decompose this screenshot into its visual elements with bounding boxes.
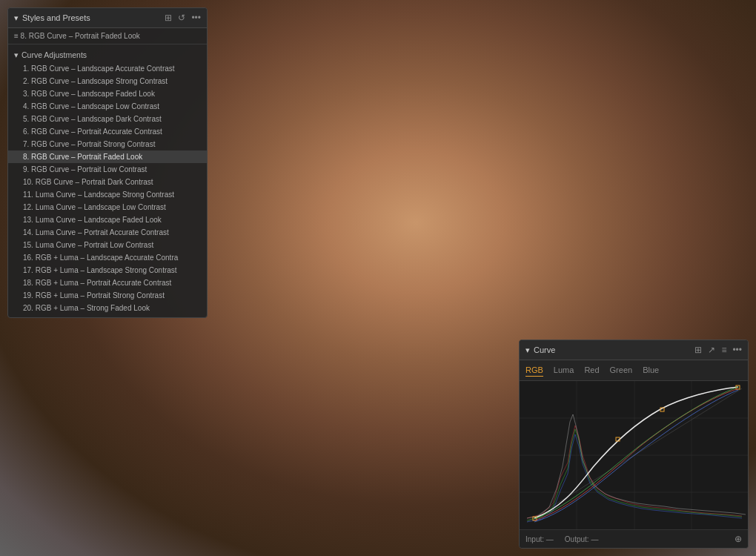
preset-item[interactable]: 1. RGB Curve – Landscape Accurate Contra… <box>8 62 207 75</box>
curve-picker-icon[interactable]: ⊕ <box>735 534 742 544</box>
preset-item[interactable]: 17. RGB + Luma – Landscape Strong Contra… <box>8 264 207 277</box>
preset-item[interactable]: 10. RGB Curve – Portrait Dark Contrast <box>8 176 207 188</box>
curve-cursor-icon[interactable]: ↗ <box>708 345 715 355</box>
output-value: — <box>591 535 598 543</box>
breadcrumb-text: ≡ 8. RGB Curve – Portrait Faded Look <box>14 32 140 40</box>
preset-item[interactable]: 11. Luma Curve – Landscape Strong Contra… <box>8 188 207 201</box>
curve-list-icon[interactable]: ≡ <box>721 345 726 355</box>
preset-item[interactable]: 18. RGB + Luma – Portrait Accurate Contr… <box>8 277 207 289</box>
curve-tabs: RGB Luma Red Green Blue <box>520 360 748 381</box>
tab-luma[interactable]: Luma <box>554 364 574 377</box>
preset-item[interactable]: 14. Luma Curve – Portrait Accurate Contr… <box>8 226 207 239</box>
preset-item[interactable]: 8. RGB Curve – Portrait Faded Look <box>8 150 207 163</box>
output-label: Output: — <box>565 535 599 543</box>
curve-panel-icons: ⊞ ↗ ≡ ••• <box>694 345 742 355</box>
panel-title: ▾ Styles and Presets <box>14 13 90 23</box>
curve-panel-header: ▾ Curve ⊞ ↗ ≡ ••• <box>520 340 748 360</box>
curve-title-text: Curve <box>534 345 555 354</box>
section-chevron: ▾ <box>14 50 19 59</box>
tab-red[interactable]: Red <box>584 364 599 377</box>
preset-item[interactable]: 4. RGB Curve – Landscape Low Contrast <box>8 100 207 113</box>
preset-item[interactable]: 15. Luma Curve – Portrait Low Contrast <box>8 239 207 251</box>
breadcrumb: ≡ 8. RGB Curve – Portrait Faded Look <box>8 28 207 44</box>
tab-blue[interactable]: Blue <box>643 364 659 377</box>
image-icon[interactable]: ⊞ <box>165 13 172 23</box>
preset-item[interactable]: 2. RGB Curve – Landscape Strong Contrast <box>8 75 207 87</box>
curve-footer: Input: — Output: — ⊕ <box>520 529 748 548</box>
preset-item[interactable]: 3. RGB Curve – Landscape Faded Look <box>8 87 207 100</box>
panel-title-text: Styles and Presets <box>22 13 90 22</box>
input-value: — <box>546 535 554 543</box>
preset-item[interactable]: 19. RGB + Luma – Portrait Strong Contras… <box>8 289 207 302</box>
curve-svg <box>520 381 748 529</box>
preset-item[interactable]: 9. RGB Curve – Portrait Low Contrast <box>8 163 207 176</box>
input-label-text: Input: <box>525 535 544 543</box>
panel-header: ▾ Styles and Presets ⊞ ↺ ••• <box>8 8 207 28</box>
input-label: Input: — <box>525 535 554 543</box>
preset-list: 1. RGB Curve – Landscape Accurate Contra… <box>8 62 207 314</box>
tab-green[interactable]: Green <box>610 364 633 377</box>
curve-panel: ▾ Curve ⊞ ↗ ≡ ••• RGB Luma Red Green Blu… <box>519 340 749 549</box>
section-label: Curve Adjustments <box>21 50 87 59</box>
styles-presets-panel: ▾ Styles and Presets ⊞ ↺ ••• ≡ 8. RGB Cu… <box>7 7 208 318</box>
curve-footer-values: Input: — Output: — <box>525 535 598 543</box>
preset-item[interactable]: 6. RGB Curve – Portrait Accurate Contras… <box>8 125 207 138</box>
curve-image-icon[interactable]: ⊞ <box>694 345 702 355</box>
refresh-icon[interactable]: ↺ <box>178 13 185 23</box>
preset-item[interactable]: 13. Luma Curve – Landscape Faded Look <box>8 214 207 226</box>
output-label-text: Output: <box>565 535 589 543</box>
preset-item[interactable]: 20. RGB + Luma – Strong Faded Look <box>8 302 207 314</box>
tab-rgb[interactable]: RGB <box>525 364 543 377</box>
panel-icons: ⊞ ↺ ••• <box>165 13 201 23</box>
curve-canvas <box>520 381 748 529</box>
curve-expand-icon: ▾ <box>525 345 530 355</box>
curve-panel-title-area: ▾ Curve <box>525 345 555 355</box>
section-header: ▾ Curve Adjustments <box>8 47 207 62</box>
preset-item[interactable]: 12. Luma Curve – Landscape Low Contrast <box>8 201 207 214</box>
preset-item[interactable]: 7. RGB Curve – Portrait Strong Contrast <box>8 138 207 150</box>
preset-item[interactable]: 16. RGB + Luma – Landscape Accurate Cont… <box>8 251 207 264</box>
panel-body: ▾ Curve Adjustments 1. RGB Curve – Lands… <box>8 44 207 317</box>
preset-item[interactable]: 5. RGB Curve – Landscape Dark Contrast <box>8 113 207 125</box>
more-icon[interactable]: ••• <box>191 13 201 23</box>
curve-more-icon[interactable]: ••• <box>732 345 742 355</box>
expand-icon: ▾ <box>14 13 19 23</box>
